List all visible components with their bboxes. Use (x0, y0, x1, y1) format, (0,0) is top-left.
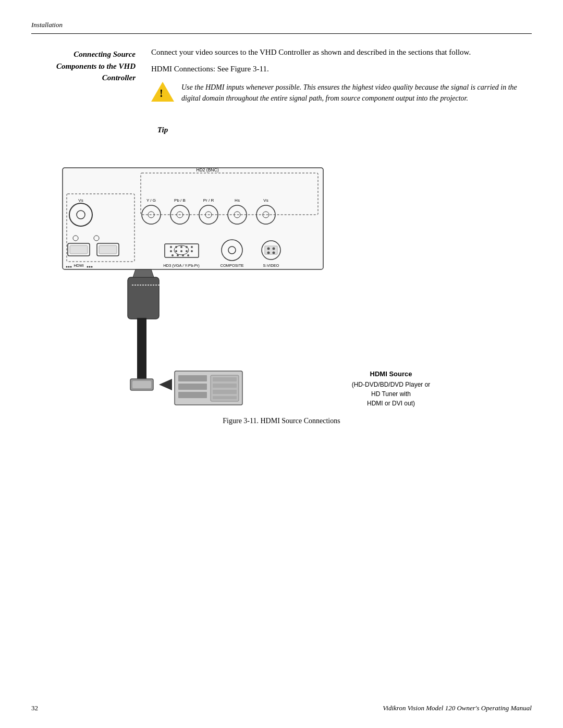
svg-rect-75 (213, 384, 237, 388)
svg-point-56 (87, 266, 89, 267)
svg-text:Pr / R: Pr / R (203, 198, 214, 203)
hdmi-connections-text: HDMI Connections: See Figure 3-11. (151, 65, 532, 73)
svg-text:COMPOSITE: COMPOSITE (220, 263, 243, 268)
svg-text:HDMI: HDMI (74, 263, 83, 268)
right-column: Connect your video sources to the VHD Co… (151, 46, 532, 147)
svg-point-55 (70, 266, 72, 267)
svg-point-34 (191, 246, 193, 248)
svg-point-49 (273, 247, 275, 250)
footer-doc-title: Vidikron Vision Model 120 Owner's Operat… (383, 704, 532, 712)
svg-point-50 (267, 251, 270, 254)
page: Installation Connecting Source Component… (0, 0, 563, 728)
section-title: Connecting Source Components to the VHD … (31, 48, 136, 84)
tip-text: Use the HDMI inputs whenever possible. T… (181, 82, 532, 104)
svg-point-51 (273, 251, 275, 254)
svg-text:HDMI Source: HDMI Source (370, 370, 412, 378)
svg-point-57 (89, 266, 91, 267)
svg-point-42 (182, 254, 184, 256)
main-content: Connecting Source Components to the VHD … (31, 46, 532, 147)
figure-caption: Figure 3-11. HDMI Source Connections (223, 417, 340, 425)
svg-text:HD2 (BNC): HD2 (BNC) (197, 167, 219, 172)
svg-text:HDMI or DVI out): HDMI or DVI out) (367, 400, 415, 407)
svg-point-32 (180, 246, 182, 248)
tip-box: Tip Use the HDMI inputs whenever possibl… (151, 82, 532, 134)
svg-text:Pb / B: Pb / B (174, 198, 186, 203)
svg-rect-25 (70, 245, 88, 254)
svg-point-41 (177, 254, 179, 256)
left-column: Connecting Source Components to the VHD … (31, 46, 136, 147)
svg-marker-63 (133, 269, 154, 277)
footer-page-number: 32 (31, 704, 38, 712)
figure-diagram: HD2 (BNC) Vs Y / G Pb / B Pr / R Hs Vs (47, 163, 516, 413)
svg-rect-76 (213, 390, 237, 394)
svg-rect-70 (178, 375, 207, 381)
svg-point-53 (66, 266, 68, 267)
svg-point-40 (172, 254, 174, 256)
svg-text:Y / G: Y / G (146, 198, 156, 203)
svg-rect-47 (265, 246, 277, 254)
svg-point-43 (187, 254, 189, 256)
svg-rect-27 (99, 245, 117, 254)
svg-point-58 (91, 266, 93, 267)
svg-rect-71 (178, 384, 207, 390)
header-label: Installation (31, 21, 63, 29)
svg-point-36 (175, 250, 177, 252)
svg-point-35 (170, 250, 172, 252)
svg-text:Vs: Vs (263, 198, 268, 203)
svg-rect-72 (178, 392, 207, 398)
tip-icon: Tip (151, 82, 174, 134)
tip-label: Tip (157, 126, 168, 134)
svg-rect-65 (137, 318, 146, 380)
svg-marker-68 (159, 379, 172, 390)
svg-rect-0 (63, 168, 323, 269)
svg-point-33 (186, 246, 188, 248)
svg-text:Vs: Vs (78, 198, 83, 203)
svg-point-30 (170, 246, 172, 248)
svg-point-54 (68, 266, 70, 267)
svg-rect-67 (132, 381, 151, 388)
svg-text:HD Tuner with: HD Tuner with (371, 390, 411, 398)
svg-point-38 (186, 250, 188, 252)
svg-text:(HD-DVD/BD/DVD Player or: (HD-DVD/BD/DVD Player or (352, 381, 431, 388)
warning-triangle-icon (151, 82, 174, 102)
page-header: Installation (31, 21, 532, 29)
page-footer: 32 Vidikron Vision Model 120 Owner's Ope… (31, 704, 532, 712)
divider (31, 33, 532, 34)
svg-rect-77 (213, 396, 237, 399)
svg-point-48 (267, 247, 270, 250)
svg-text:HD3 (VGA / Y-Pb-Pr): HD3 (VGA / Y-Pb-Pr) (163, 263, 200, 268)
svg-point-39 (191, 250, 193, 252)
svg-rect-74 (213, 377, 237, 381)
svg-text:Hs: Hs (235, 198, 240, 203)
svg-rect-62 (128, 277, 159, 319)
svg-point-31 (175, 246, 177, 248)
svg-point-37 (180, 250, 182, 252)
svg-text:S-VIDEO: S-VIDEO (263, 263, 279, 268)
description-text: Connect your video sources to the VHD Co… (151, 46, 532, 58)
figure-area: HD2 (BNC) Vs Y / G Pb / B Pr / R Hs Vs (31, 163, 532, 425)
